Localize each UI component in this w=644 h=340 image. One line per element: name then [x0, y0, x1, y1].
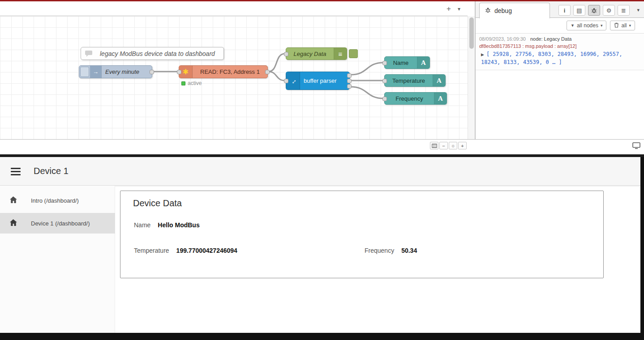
comment-node[interactable]: legacy ModBus device data to dashboard: [81, 47, 224, 60]
debug-filter-row: ▼ all nodes ▾ all ▾: [476, 18, 644, 33]
debug-sidebar-tabbar: debug i ▤ ⚙ ≣ ▾: [476, 1, 644, 18]
sidebar-item-intro[interactable]: Intro (/dashboard/): [0, 190, 115, 211]
filter-nodes-button[interactable]: ▼ all nodes ▾: [567, 21, 607, 30]
flow-tabbar: + ▾: [0, 1, 468, 16]
add-flow-button[interactable]: +: [443, 4, 454, 14]
input-port[interactable]: [284, 52, 288, 56]
home-icon: [9, 196, 17, 205]
message-source-node: node: Legacy Data: [530, 36, 571, 42]
text-a-icon: A: [433, 75, 445, 86]
card-title: Device Data: [133, 198, 182, 208]
input-port[interactable]: [382, 61, 387, 65]
buffer-parser-node[interactable]: ↔ buffer parser: [286, 72, 350, 90]
info-tab-button[interactable]: i: [558, 5, 571, 16]
ui-node-label: Frequency: [385, 93, 434, 104]
screen: + ▾ legacy ModBus device data to dashboa…: [0, 0, 644, 340]
editor-footer: − ○ +: [0, 139, 644, 151]
debug-toggle-button[interactable]: [349, 49, 358, 58]
flow-list-button[interactable]: ▾: [458, 6, 460, 12]
sidebar-item-label: Device 1 (/dashboard/): [31, 220, 90, 227]
open-debug-window-icon[interactable]: [632, 142, 640, 151]
zoom-out-button[interactable]: −: [439, 142, 448, 149]
sidebar-item-label: Intro (/dashboard/): [31, 197, 79, 204]
output-port[interactable]: [150, 70, 154, 74]
sidebar-menu-caret[interactable]: ▾: [637, 7, 640, 13]
text-a-icon: A: [434, 93, 447, 104]
window-bottom-edge: [0, 333, 644, 340]
parser-node-label: buffer parser: [300, 72, 349, 89]
debug-sidebar-icon: ≡: [334, 48, 347, 60]
canvas-scrollbar[interactable]: [468, 16, 475, 139]
payload-array: [ 25928, 27756, 8303, 28493, 16996, 2955…: [481, 51, 622, 65]
zoom-controls: − ○ +: [430, 142, 467, 149]
output-port[interactable]: [347, 84, 352, 89]
caret-down-icon: ▾: [601, 23, 603, 28]
context-tab-button[interactable]: ≣: [618, 5, 630, 16]
input-port[interactable]: [382, 79, 387, 83]
input-port[interactable]: [382, 97, 387, 101]
message-meta: df8ecbd817357113 : msg.payload : array[1…: [479, 43, 640, 49]
text-a-icon: A: [417, 57, 429, 68]
temperature-field: Temperature 199.77000427246094: [134, 247, 237, 254]
dashboard-title: Device 1: [34, 166, 69, 176]
status-text: active: [188, 80, 202, 86]
help-tab-button[interactable]: ▤: [573, 5, 585, 16]
temperature-label: Temperature: [134, 247, 169, 254]
name-value: Hello ModBus: [158, 221, 199, 229]
bug-icon: [591, 8, 597, 13]
inject-arrow-icon: →: [90, 66, 102, 78]
inject-button[interactable]: [80, 67, 89, 77]
comment-bubble-icon: [81, 47, 96, 60]
config-tab-button[interactable]: ⚙: [603, 5, 615, 16]
output-port[interactable]: [265, 70, 270, 74]
modbus-read-node[interactable]: ✱ READ: FC3, Address 1: [179, 65, 268, 78]
navigator-button[interactable]: [430, 142, 438, 149]
status-dot-icon: [181, 81, 185, 85]
home-icon: [9, 219, 17, 228]
ui-text-node-name[interactable]: Name A: [384, 56, 430, 69]
expand-payload-toggle[interactable]: ▶: [481, 52, 484, 57]
flow-canvas[interactable]: legacy ModBus device data to dashboard →…: [0, 16, 468, 139]
scrollbar-thumb[interactable]: [469, 17, 474, 49]
inject-node-label: Every minute: [102, 66, 152, 78]
debug-node-label: Legacy Data: [286, 48, 334, 60]
tab-debug-label: debug: [494, 7, 512, 14]
output-port[interactable]: [347, 73, 352, 78]
filter-nodes-label: all nodes: [577, 22, 598, 29]
temperature-value: 199.77000427246094: [176, 247, 237, 254]
ui-node-label: Temperature: [385, 75, 433, 86]
inject-node[interactable]: → Every minute: [79, 65, 152, 78]
frequency-value: 50.34: [401, 247, 417, 254]
ui-text-node-temperature[interactable]: Temperature A: [384, 74, 446, 87]
dashboard-header: Device 1: [0, 157, 640, 186]
clear-messages-button[interactable]: all ▾: [610, 21, 635, 30]
tab-debug[interactable]: debug: [479, 3, 550, 18]
menu-icon[interactable]: [11, 168, 21, 175]
dashboard-sidebar: Intro (/dashboard/) Device 1 (/dashboard…: [0, 186, 115, 333]
window-right-edge: [640, 157, 644, 340]
trash-icon: [614, 22, 619, 29]
name-label: Name: [134, 221, 150, 229]
frequency-field: Frequency 50.34: [365, 247, 417, 254]
modbus-status: active: [181, 80, 202, 86]
comment-node-label: legacy ModBus device data to dashboard: [96, 47, 223, 60]
modbus-node-label: READ: FC3, Address 1: [193, 66, 267, 78]
sidebar-item-device1[interactable]: Device 1 (/dashboard/): [0, 213, 115, 234]
input-port[interactable]: [284, 79, 288, 83]
input-port[interactable]: [177, 70, 181, 74]
bug-icon: [485, 7, 491, 14]
debug-message-list[interactable]: 08/09/2023, 16:09:30 node: Legacy Data d…: [476, 33, 644, 139]
caret-down-icon: ▾: [629, 23, 631, 28]
zoom-in-button[interactable]: +: [458, 142, 467, 149]
message-timestamp: 08/09/2023, 16:09:30: [479, 36, 526, 42]
zoom-reset-button[interactable]: ○: [449, 142, 457, 149]
name-field: Name Hello ModBus: [134, 221, 200, 229]
sidebar-tab-buttons: i ▤ ⚙ ≣: [558, 5, 630, 16]
debug-message: 08/09/2023, 16:09:30 node: Legacy Data d…: [476, 34, 644, 70]
output-port[interactable]: [347, 79, 352, 83]
debug-node[interactable]: Legacy Data ≡: [286, 47, 347, 60]
device-data-card: Device Data Name Hello ModBus Temperatur…: [120, 191, 604, 278]
ui-text-node-frequency[interactable]: Frequency A: [384, 92, 447, 105]
debug-tab-button[interactable]: [588, 5, 600, 16]
clear-messages-label: all: [621, 22, 627, 29]
